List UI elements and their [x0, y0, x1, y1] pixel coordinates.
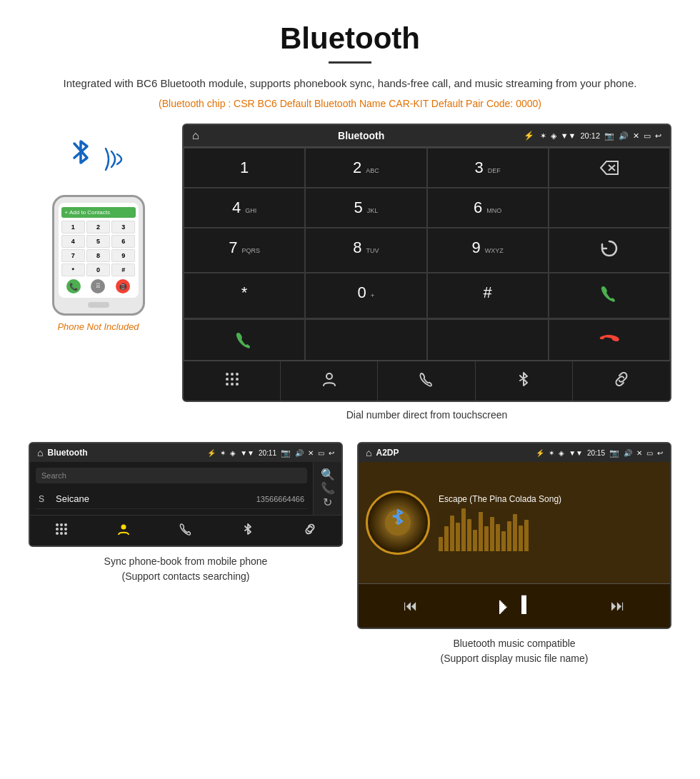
music-playpause-btn[interactable]: ⏵❙ — [494, 594, 534, 618]
eq-bar — [450, 516, 454, 551]
dial-call-green[interactable] — [549, 273, 670, 318]
svg-point-21 — [121, 525, 126, 530]
svg-point-18 — [56, 532, 59, 535]
phone-key-star: * — [61, 263, 85, 276]
dial-backspace[interactable] — [549, 148, 670, 188]
music-vol-icon: 🔊 — [624, 449, 632, 457]
pb-close-icon[interactable]: ✕ — [308, 449, 314, 457]
svg-point-14 — [64, 523, 67, 526]
dial-bottom-bluetooth-icon[interactable] — [476, 361, 573, 401]
phonebook-caption: Sync phone-book from mobile phone (Suppo… — [104, 554, 268, 584]
pb-bottom-phone-icon[interactable] — [154, 516, 216, 546]
phone-key-3: 3 — [111, 221, 135, 233]
dial-end-button[interactable] — [549, 319, 670, 361]
dial-key-hash[interactable]: # — [427, 273, 549, 318]
eq-bar — [524, 520, 529, 551]
svg-point-13 — [60, 523, 63, 526]
bt-status-icon: ✶ — [540, 131, 546, 141]
music-item: ⌂ A2DP ⚡ ✶ ◈ ▼▼ 20:15 📷 🔊 ✕ ▭ ↩ ♪ — [357, 442, 671, 666]
home-icon[interactable]: ⌂ — [192, 129, 199, 142]
dial-call-button[interactable] — [184, 319, 305, 361]
pb-refresh-icon[interactable]: ↻ — [323, 496, 332, 509]
pb-search-bar[interactable]: Search — [36, 468, 307, 483]
dial-key-7[interactable]: 7 PQRS — [184, 228, 305, 273]
pb-bt-icon — [241, 523, 254, 536]
pb-bottom-contact-icon[interactable] — [92, 516, 154, 546]
eq-bar — [501, 531, 506, 551]
dial-key-6[interactable]: 6 MNO — [427, 188, 549, 228]
car-status-icons: ✶ ◈ ▼▼ 20:12 📷 🔊 ✕ ▭ ↩ — [540, 131, 661, 141]
music-album-art: ♪ — [366, 491, 430, 555]
phone-top-bar: + Add to Contacts — [61, 207, 136, 218]
phone-key-2: 2 — [86, 221, 110, 233]
bluetooth-bottom-icon — [516, 371, 531, 387]
music-back-icon[interactable]: ↩ — [657, 449, 663, 457]
vol-status-icon: 🔊 — [619, 131, 629, 141]
dial-caption: Dial number direct from touchscreen — [182, 402, 671, 421]
svg-point-12 — [56, 523, 59, 526]
dial-bottom-contact-icon[interactable] — [281, 361, 378, 401]
dial-key-5[interactable]: 5 JKL — [305, 188, 426, 228]
dial-key-2[interactable]: 2 ABC — [305, 148, 426, 188]
car-status-bar: ⌂ Bluetooth ⚡ ✶ ◈ ▼▼ 20:12 📷 🔊 ✕ ▭ ↩ — [184, 125, 670, 147]
music-close-icon[interactable]: ✕ — [636, 449, 642, 457]
eq-bar — [473, 530, 477, 551]
dial-key-star[interactable]: * — [184, 273, 305, 318]
dial-key-1[interactable]: 1 — [184, 148, 305, 188]
dial-key-0[interactable]: 0 + — [305, 273, 426, 318]
pb-contact-letter: S — [39, 494, 51, 504]
close-status-icon[interactable]: ✕ — [633, 131, 639, 141]
pb-home-icon[interactable]: ⌂ — [37, 447, 43, 458]
page-title: Bluetooth — [57, 21, 643, 56]
music-controls: ⏮ ⏵❙ ⏭ — [359, 583, 670, 628]
dial-empty-3 — [305, 319, 426, 361]
phone-illustration: + Add to Contacts 1 2 3 4 5 6 7 8 9 * 0 … — [29, 124, 168, 332]
dial-refresh[interactable] — [549, 228, 670, 273]
pb-contact-row[interactable]: S Seicane 13566664466 — [36, 489, 307, 509]
eq-bar — [484, 526, 489, 551]
dial-bottom-link-icon[interactable] — [573, 361, 670, 401]
music-home-icon[interactable]: ⌂ — [366, 447, 371, 458]
pb-time: 20:11 — [259, 449, 276, 457]
phone-keypad: 1 2 3 4 5 6 7 8 9 * 0 # — [61, 221, 136, 276]
dial-key-4[interactable]: 4 GHI — [184, 188, 305, 228]
car-dialpad-unit: ⌂ Bluetooth ⚡ ✶ ◈ ▼▼ 20:12 📷 🔊 ✕ ▭ ↩ — [182, 124, 671, 402]
music-prev-btn[interactable]: ⏮ — [404, 598, 418, 614]
music-window-icon: ▭ — [646, 449, 653, 457]
eq-bar — [456, 523, 460, 551]
phone-icon — [419, 371, 434, 387]
car-status-title: Bluetooth — [205, 130, 518, 141]
phone-key-8: 8 — [86, 249, 110, 262]
pb-usb-icon: ⚡ — [207, 449, 216, 457]
pb-signal-icon: ▼▼ — [240, 449, 254, 457]
pb-search-icon[interactable]: 🔍 — [321, 468, 335, 481]
eq-bar — [444, 526, 449, 551]
pb-bottom-bluetooth-icon[interactable] — [217, 516, 279, 546]
pb-link-icon — [304, 523, 316, 536]
music-status-title: A2DP — [376, 448, 531, 458]
svg-point-5 — [226, 378, 229, 381]
dial-bottom-call-icon[interactable] — [378, 361, 475, 401]
eq-bar — [439, 537, 443, 551]
pb-statusbar: ⌂ Bluetooth ⚡ ✶ ◈ ▼▼ 20:11 📷 🔊 ✕ ▭ ↩ — [30, 443, 341, 462]
pb-call-icon[interactable]: 📞 — [321, 481, 335, 495]
dial-key-8[interactable]: 8 TUV — [305, 228, 426, 273]
subtitle-text: Integrated with BC6 Bluetooth module, su… — [57, 75, 643, 92]
pb-back-icon[interactable]: ↩ — [329, 449, 334, 457]
pb-window-icon: ▭ — [318, 449, 324, 457]
loc-status-icon: ◈ — [551, 131, 556, 141]
phone-key-6: 6 — [111, 235, 135, 248]
dial-key-9[interactable]: 9 WXYZ — [427, 228, 549, 273]
pb-title: Bluetooth — [47, 448, 203, 458]
pb-bottom-grid-icon[interactable] — [30, 516, 92, 546]
window-status-icon: ▭ — [644, 131, 651, 141]
eq-bar — [479, 512, 483, 551]
dial-bottom-keypad-icon[interactable] — [184, 361, 281, 401]
phonebook-item: ⌂ Bluetooth ⚡ ✶ ◈ ▼▼ 20:11 📷 🔊 ✕ ▭ ↩ Sea… — [29, 442, 343, 666]
dial-key-3[interactable]: 3 DEF — [427, 148, 549, 188]
pb-bottom-link-icon[interactable] — [279, 516, 341, 546]
eq-bar — [507, 521, 511, 551]
back-status-icon[interactable]: ↩ — [655, 131, 661, 141]
pb-bt-icon: ✶ — [220, 449, 226, 457]
music-next-btn[interactable]: ⏭ — [611, 598, 625, 614]
